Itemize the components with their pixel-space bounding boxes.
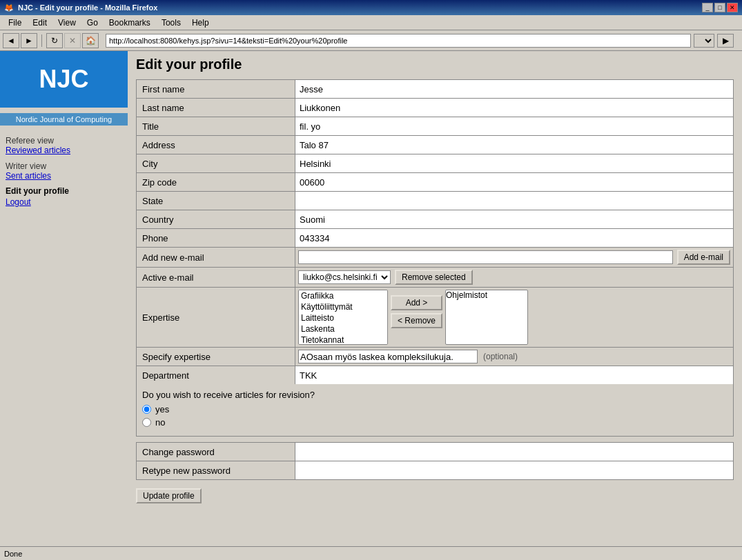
title-bar: 🦊 NJC - Edit your profile - Mozilla Fire…: [0, 0, 742, 15]
first-name-input[interactable]: [298, 82, 730, 96]
menu-view[interactable]: View: [52, 17, 81, 29]
retype-password-label: Retype new password: [137, 461, 295, 479]
sidebar-subtitle: Nordic Journal of Computing: [0, 113, 128, 126]
last-name-label: Last name: [137, 99, 295, 117]
menu-go[interactable]: Go: [81, 17, 104, 29]
add-email-button[interactable]: Add e-mail: [677, 250, 730, 265]
city-input[interactable]: [298, 157, 730, 170]
firefox-icon: 🦊: [4, 3, 14, 12]
specify-expertise-input[interactable]: [298, 350, 478, 363]
specify-expertise-label: Specify expertise: [137, 348, 295, 366]
change-password-input[interactable]: [298, 445, 395, 459]
city-row: City: [136, 154, 734, 172]
yes-label: yes: [155, 404, 169, 414]
minimize-button[interactable]: _: [702, 3, 713, 12]
address-input[interactable]: [106, 34, 691, 48]
address-bar: ▶: [106, 34, 734, 48]
forward-button[interactable]: ►: [21, 33, 37, 48]
country-label: Country: [137, 210, 295, 228]
country-row: Country: [136, 210, 734, 228]
zip-code-input[interactable]: [298, 175, 730, 189]
yes-radio[interactable]: [142, 405, 151, 414]
active-email-label: Active e-mail: [137, 268, 295, 287]
title-input[interactable]: [298, 119, 730, 133]
update-profile-button[interactable]: Update profile: [136, 488, 202, 503]
zip-code-label: Zip code: [137, 173, 295, 191]
department-input[interactable]: [298, 368, 730, 382]
zip-code-row: Zip code: [136, 172, 734, 191]
menu-file[interactable]: File: [3, 17, 27, 29]
address-value: [295, 136, 733, 154]
maximize-button[interactable]: □: [714, 3, 725, 12]
menu-help[interactable]: Help: [186, 17, 215, 29]
first-name-row: First name: [136, 79, 734, 98]
no-option: no: [142, 417, 728, 428]
menu-tools[interactable]: Tools: [156, 17, 186, 29]
no-radio[interactable]: [142, 418, 151, 427]
page-title: Edit your profile: [136, 57, 734, 72]
first-name-label: First name: [137, 80, 295, 98]
address-label: Address: [137, 136, 295, 154]
change-password-value: [295, 443, 733, 461]
update-row: Update profile: [136, 486, 734, 506]
phone-row: Phone: [136, 228, 734, 247]
back-button[interactable]: ◄: [3, 33, 19, 48]
menu-edit[interactable]: Edit: [27, 17, 52, 29]
edit-profile-label: Edit your profile: [6, 186, 122, 196]
phone-label: Phone: [137, 229, 295, 247]
active-email-row: Active e-mail liukko@cs.helsinki.fi Remo…: [136, 267, 734, 287]
menu-bookmarks[interactable]: Bookmarks: [104, 17, 156, 29]
expertise-row: Expertise GrafiikkaKäyttöliittymätLaitte…: [136, 287, 734, 347]
department-value: [295, 366, 733, 384]
yes-option: yes: [142, 404, 728, 414]
add-email-label: Add new e-mail: [137, 248, 295, 267]
change-password-row: Change password: [136, 442, 734, 461]
first-name-value: [295, 80, 733, 98]
address-row: Address: [136, 135, 734, 154]
add-expertise-button[interactable]: Add >: [391, 295, 442, 310]
specify-expertise-value: (optional): [295, 348, 733, 366]
optional-label: (optional): [483, 352, 518, 361]
remove-expertise-button[interactable]: < Remove: [391, 313, 442, 328]
retype-password-value: [295, 461, 733, 479]
active-email-select[interactable]: liukko@cs.helsinki.fi: [298, 270, 391, 284]
add-email-input[interactable]: [298, 250, 673, 264]
add-email-row: Add new e-mail Add e-mail: [136, 247, 734, 267]
go-button[interactable]: ▶: [717, 34, 734, 48]
add-email-value: Add e-mail: [295, 248, 733, 267]
address-dropdown[interactable]: [694, 34, 714, 48]
retype-password-input[interactable]: [298, 463, 395, 477]
title-bar-text: 🦊 NJC - Edit your profile - Mozilla Fire…: [4, 3, 157, 12]
no-label: no: [155, 417, 165, 428]
password-section: Change password Retype new password: [136, 442, 734, 480]
country-input[interactable]: [298, 212, 730, 226]
stop-button[interactable]: ✕: [64, 33, 81, 48]
expertise-left-list[interactable]: GrafiikkaKäyttöliittymätLaitteistoLasken…: [298, 290, 388, 345]
state-input[interactable]: [298, 194, 730, 208]
reviewed-articles-link[interactable]: Reviewed articles: [6, 146, 122, 155]
referee-view-label: Referee view: [6, 136, 54, 146]
last-name-input[interactable]: [298, 101, 730, 114]
logout-link[interactable]: Logout: [6, 197, 122, 207]
writer-view-label: Writer view: [6, 161, 46, 171]
state-value: [295, 192, 733, 210]
phone-input[interactable]: [298, 231, 730, 245]
retype-password-row: Retype new password: [136, 461, 734, 480]
home-button[interactable]: 🏠: [82, 33, 99, 48]
address-input[interactable]: [298, 138, 730, 152]
reload-button[interactable]: ↻: [46, 33, 63, 48]
revision-question: Do you wish to receive articles for revi…: [142, 390, 728, 400]
expertise-right-list[interactable]: Ohjelmistot: [445, 290, 528, 345]
country-value: [295, 210, 733, 228]
zip-code-value: [295, 173, 733, 191]
city-value: [295, 154, 733, 172]
sidebar-logo: NJC: [0, 51, 128, 108]
expertise-value: GrafiikkaKäyttöliittymätLaitteistoLasken…: [295, 288, 733, 347]
status-text: Done: [4, 550, 22, 558]
phone-value: [295, 229, 733, 247]
toolbar: ◄ ► ↻ ✕ 🏠 ▶: [0, 30, 742, 51]
remove-selected-button[interactable]: Remove selected: [395, 270, 473, 285]
close-button[interactable]: ✕: [727, 3, 738, 12]
content-area: Edit your profile First name Last name T…: [128, 51, 742, 546]
sent-articles-link[interactable]: Sent articles: [6, 171, 122, 181]
